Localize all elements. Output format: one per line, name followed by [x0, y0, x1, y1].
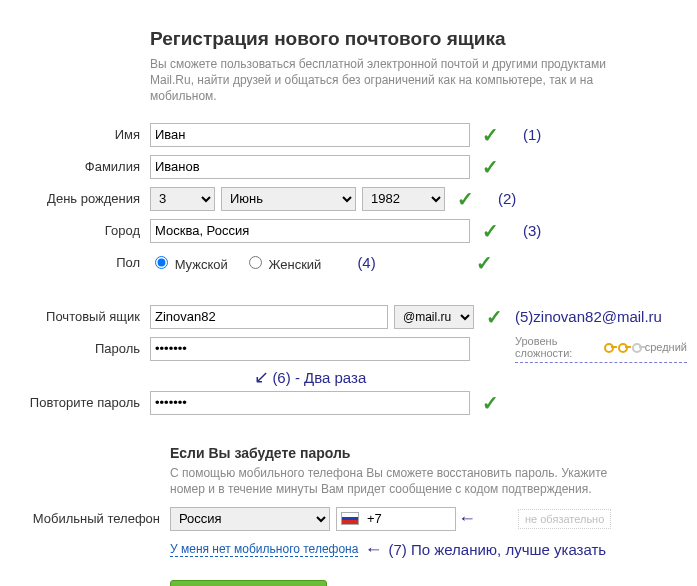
- annotation-5: (5)zinovan82@mail.ru: [515, 308, 662, 325]
- annotation-3: (3): [523, 222, 541, 239]
- annotation-1: (1): [523, 126, 541, 143]
- key-icon: [631, 340, 643, 354]
- check-icon: ✓: [486, 305, 503, 329]
- password-strength: Уровень сложности: средний: [515, 335, 687, 363]
- gender-female-radio[interactable]: Женский: [244, 253, 322, 272]
- label-password: Пароль: [10, 341, 150, 356]
- no-phone-link[interactable]: У меня нет мобильного телефона: [170, 542, 358, 557]
- key-icon: [617, 340, 629, 354]
- recovery-heading: Если Вы забудете пароль: [170, 445, 687, 461]
- mobile-phone-input[interactable]: [336, 507, 456, 531]
- label-firstname: Имя: [10, 127, 150, 142]
- check-icon: ✓: [457, 187, 474, 211]
- label-mobile: Мобильный телефон: [10, 511, 170, 526]
- annotation-6: (6) - Два раза: [272, 369, 366, 386]
- check-icon: ✓: [482, 155, 499, 179]
- check-icon: ✓: [482, 219, 499, 243]
- label-password2: Повторите пароль: [10, 395, 150, 410]
- gender-male-radio[interactable]: Мужской: [150, 253, 228, 272]
- label-mailbox: Почтовый ящик: [10, 309, 150, 324]
- label-gender: Пол: [10, 255, 150, 270]
- city-input[interactable]: [150, 219, 470, 243]
- annotation-4: (4): [357, 254, 375, 271]
- lastname-input[interactable]: [150, 155, 470, 179]
- firstname-input[interactable]: [150, 123, 470, 147]
- label-birthday: День рождения: [10, 191, 150, 206]
- submit-button[interactable]: Зарегистрироваться: [170, 580, 327, 586]
- birthday-day-select[interactable]: 3: [150, 187, 215, 211]
- birthday-year-select[interactable]: 1982: [362, 187, 445, 211]
- check-icon: ✓: [476, 251, 493, 275]
- page-title: Регистрация нового почтового ящика: [150, 28, 687, 50]
- arrow-icon: ←: [458, 508, 476, 529]
- mailbox-user-input[interactable]: [150, 305, 388, 329]
- recovery-text: С помощью мобильного телефона Вы сможете…: [170, 465, 640, 497]
- annotation-7: (7) По желанию, лучше указать: [388, 541, 606, 558]
- label-city: Город: [10, 223, 150, 238]
- check-icon: ✓: [482, 391, 499, 415]
- flag-ru-icon: [341, 512, 359, 525]
- arrow-icon: ←: [364, 539, 382, 560]
- page-subtitle: Вы сможете пользоваться бесплатной элект…: [150, 56, 650, 105]
- check-icon: ✓: [482, 123, 499, 147]
- password-input[interactable]: [150, 337, 470, 361]
- mailbox-domain-select[interactable]: @mail.ru: [394, 305, 474, 329]
- annotation-2: (2): [498, 190, 516, 207]
- password2-input[interactable]: [150, 391, 470, 415]
- mobile-country-select[interactable]: Россия: [170, 507, 330, 531]
- key-icon: [603, 340, 615, 354]
- optional-badge: не обязательно: [518, 509, 611, 529]
- arrow-icon: ↙: [254, 367, 269, 387]
- birthday-month-select[interactable]: Июнь: [221, 187, 356, 211]
- label-lastname: Фамилия: [10, 159, 150, 174]
